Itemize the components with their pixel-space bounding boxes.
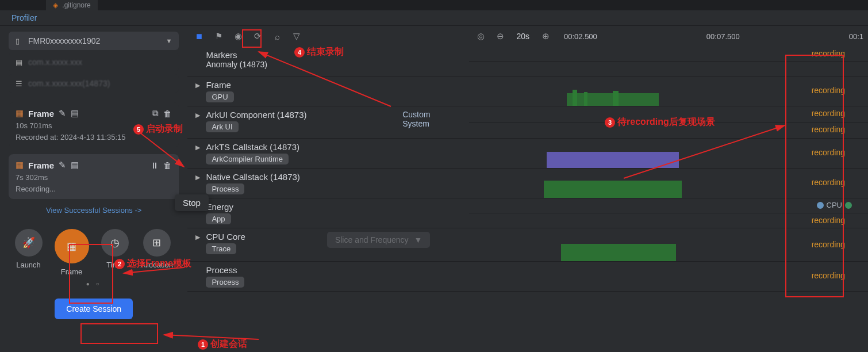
globe-icon[interactable]: ◉ (231, 29, 245, 43)
template-label: Launch (16, 261, 41, 269)
zoom-level: 20s (516, 32, 529, 41)
edit-icon[interactable]: ✎ (59, 160, 66, 170)
track-frame[interactable]: ▶ Frame GPU (187, 76, 469, 106)
recording-label: recording (812, 86, 845, 95)
left-panel: ▯ FMR0xxxxxxxx1902 ▼ ▤ com.x.xxxx.xxx ☰ … (0, 26, 187, 351)
app-selector-1[interactable]: ▤ com.x.xxxx.xxx (9, 53, 179, 71)
session-card-1[interactable]: ▦ Frame ✎ ▤ ⧉ 🗑 10s 701ms Recorded at: 2… (9, 102, 179, 147)
template-label: Time (106, 261, 122, 269)
track-native[interactable]: ▶ Native Callstack (14873) Process (187, 169, 469, 198)
refresh-icon[interactable]: ⟳ (251, 29, 264, 43)
session-card-2[interactable]: ▦ Frame ✎ ▤ ⏸ 🗑 7s 302ms Recording... (9, 154, 179, 199)
delete-icon[interactable]: 🗑 (163, 160, 172, 170)
filter-icon[interactable]: ▽ (290, 29, 304, 43)
target-icon[interactable]: ◎ (474, 29, 487, 43)
recording-label: recording (812, 49, 845, 58)
timeline-lanes[interactable]: recording recording recording recording … (469, 47, 868, 351)
track-arkui[interactable]: ▶ ArkUI Component (14873) Ark UI Custom … (187, 106, 469, 139)
device-name: FMR0xxxxxxxx1902 (28, 36, 166, 45)
page-dots[interactable]: ● ○ (9, 281, 179, 287)
track-labels: Markers Anomaly (14873) ▶ Frame GPU ▶ Ar… (187, 47, 469, 351)
process-icon: ☰ (16, 79, 28, 88)
stop-record-button[interactable]: ■ (192, 29, 206, 43)
template-label: Frame (61, 267, 83, 276)
aux-label: System (402, 119, 430, 128)
pause-icon[interactable]: ⏸ (150, 160, 159, 170)
ruler-tick: 00:02.500 (564, 32, 597, 41)
profiler-tab[interactable]: Profiler (0, 10, 868, 26)
session-name: Frame (28, 109, 54, 118)
slice-frequency-select[interactable]: Slice and Frequency▼ (327, 232, 431, 248)
expand-icon[interactable]: ▶ (195, 82, 201, 89)
session-recorded-at: Recorded at: 2024-4-13 11:35:15 (16, 133, 172, 141)
track-arkts[interactable]: ▶ ArkTS Callstack (14873) ArkCompiler Ru… (187, 139, 469, 169)
template-label: Allocation (141, 261, 173, 269)
track-title: Markers (206, 50, 267, 60)
flag-icon[interactable]: ⚑ (212, 29, 225, 43)
track-process[interactable]: Process Process (187, 262, 469, 292)
recording-label: recording (812, 148, 845, 157)
notes-icon[interactable]: ▤ (71, 108, 79, 118)
waveform-gpu (469, 89, 868, 106)
app-name-1: com.x.xxxx.xxx (28, 58, 172, 67)
template-launch[interactable]: 🚀 Launch (15, 229, 43, 276)
track-title: ArkTS Callstack (14873) (206, 142, 299, 152)
waveform-native (469, 178, 868, 198)
session-duration: 7s 302ms (16, 173, 172, 182)
recording-label: recording (812, 109, 845, 118)
right-panel: ■ ⚑ ◉ ⟳ ⌕ ▽ ◎ ⊖ 20s ⊕ 00:02.500 00:07.50… (187, 26, 868, 351)
track-subtitle: Anomaly (14873) (206, 60, 267, 69)
template-time[interactable]: ◷ Time (101, 229, 129, 276)
template-allocation[interactable]: ⊞ Allocation (141, 229, 173, 276)
zoom-in-icon[interactable]: ⊕ (539, 29, 552, 43)
time-icon: ◷ (101, 229, 129, 257)
session-name: Frame (28, 160, 54, 170)
track-tag: Ark UI (206, 121, 238, 132)
expand-icon[interactable]: ▶ (195, 234, 201, 241)
track-tag: Process (206, 277, 244, 288)
notes-icon[interactable]: ▤ (71, 160, 79, 170)
expand-icon[interactable]: ▶ (195, 112, 201, 119)
track-title: Native Callstack (14873) (206, 172, 299, 182)
template-frame[interactable]: ▦ Frame (55, 229, 89, 276)
cpu-legend: CPU (817, 201, 852, 209)
track-markers[interactable]: Markers Anomaly (14873) (187, 47, 469, 76)
launch-icon: 🚀 (15, 229, 43, 257)
recording-label: recording (812, 178, 845, 187)
ruler-tick: 00:07.500 (706, 32, 740, 41)
frame-icon: ▦ (16, 160, 24, 170)
waveform-arkts (469, 148, 868, 168)
track-title: Energy (206, 202, 233, 212)
template-selector: 🚀 Launch ▦ Frame ◷ Time ⊞ Allocation (9, 229, 179, 276)
expand-icon[interactable]: ▶ (195, 144, 201, 151)
svg-rect-4 (547, 152, 679, 168)
session-duration: 10s 701ms (16, 121, 172, 130)
ruler-tick: 00:1 (849, 32, 863, 41)
device-selector[interactable]: ▯ FMR0xxxxxxxx1902 ▼ (9, 32, 179, 50)
editor-tab[interactable]: ◈ .gitignore (46, 0, 98, 10)
search-icon[interactable]: ⌕ (270, 29, 284, 43)
file-icon: ◈ (53, 1, 58, 9)
track-tag: Trace (206, 243, 236, 254)
recording-label: recording (812, 240, 845, 249)
view-successful-sessions-link[interactable]: View Successful Sessions -> (9, 206, 179, 215)
track-energy[interactable]: Energy App (187, 198, 469, 228)
chevron-down-icon: ▼ (166, 37, 172, 44)
svg-rect-6 (561, 244, 676, 261)
copy-icon[interactable]: ⧉ (152, 108, 159, 118)
app-selector-2[interactable]: ☰ com.x.xxxx.xxx(14873) (9, 74, 179, 93)
track-title: ArkUI Component (14873) (206, 110, 306, 120)
editor-tab-name: .gitignore (62, 1, 90, 9)
svg-rect-2 (584, 92, 587, 106)
edit-icon[interactable]: ✎ (59, 108, 66, 118)
track-tag: ArkCompiler Runtime (206, 154, 289, 164)
recording-label: recording (812, 271, 845, 280)
track-cpucore[interactable]: ▶ CPU Core Trace Slice and Frequency▼ (187, 228, 469, 262)
allocation-icon: ⊞ (143, 229, 171, 257)
create-session-button[interactable]: Create Session (55, 299, 133, 319)
svg-rect-1 (573, 90, 577, 106)
delete-icon[interactable]: 🗑 (163, 109, 172, 118)
zoom-out-icon[interactable]: ⊖ (493, 29, 507, 43)
expand-icon[interactable]: ▶ (195, 174, 201, 181)
track-tag: App (206, 213, 231, 224)
